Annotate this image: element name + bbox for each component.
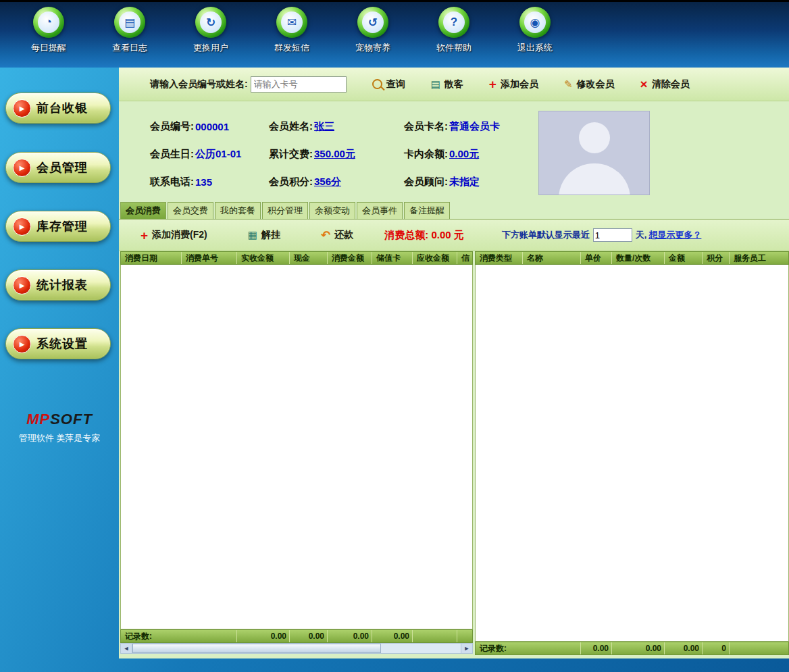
brand-logo-soft: SOFT bbox=[50, 411, 93, 428]
pencil-icon: ✎ bbox=[564, 78, 573, 91]
footer-sum: 0.00 bbox=[328, 630, 372, 642]
items-table-footer: 记录数: 0.00 0.00 0.00 0 bbox=[475, 642, 789, 655]
items-table-header: 消费类型 名称 单价 数量/次数 金额 积分 服务员工 bbox=[475, 251, 789, 265]
record-count-label: 记录数: bbox=[476, 642, 581, 654]
tab-points[interactable]: 积分管理 bbox=[262, 202, 308, 219]
switch-user-glyph: ↻ bbox=[206, 16, 215, 30]
clear-member-button[interactable]: × 清除会员 bbox=[640, 78, 690, 91]
sidebar-item-reports[interactable]: ▶ 统计报表 bbox=[5, 269, 111, 301]
member-id-value: 000001 bbox=[195, 121, 229, 132]
repay-label: 还款 bbox=[334, 229, 353, 241]
undo-arrow-icon: ↶ bbox=[321, 228, 330, 242]
scrollbar-track[interactable] bbox=[381, 644, 461, 653]
sidebar-item-label: 库存管理 bbox=[36, 218, 88, 234]
edit-member-button[interactable]: ✎ 修改会员 bbox=[564, 78, 615, 91]
footer-sum: 0.00 bbox=[581, 642, 612, 654]
sidebar-item-cashier[interactable]: ▶ 前台收银 bbox=[5, 93, 111, 124]
switch-user-button[interactable]: ↻ 更换用户 bbox=[174, 7, 247, 54]
footer-empty bbox=[413, 630, 457, 642]
show-more-link[interactable]: 想显示更多？ bbox=[648, 229, 701, 241]
sidebar-item-settings[interactable]: ▶ 系统设置 bbox=[5, 328, 111, 359]
daily-reminder-button[interactable]: ◔ 每日提醒 bbox=[12, 7, 85, 54]
column-header: 消费日期 bbox=[121, 252, 182, 264]
pet-boarding-label: 宠物寄养 bbox=[355, 42, 390, 54]
member-photo-placeholder bbox=[538, 111, 650, 195]
scroll-right-arrow[interactable]: ► bbox=[461, 644, 472, 653]
search-label: 请输入会员编号或姓名: bbox=[150, 78, 248, 91]
add-member-label: 添加会员 bbox=[501, 78, 538, 91]
top-toolbar: ◔ 每日提醒 ▤ 查看日志 ↻ 更换用户 ✉ 群发短信 ↺ 宠物寄养 ? 软件帮… bbox=[0, 0, 789, 68]
query-button[interactable]: 查询 bbox=[372, 78, 405, 91]
sidebar-item-inventory[interactable]: ▶ 库存管理 bbox=[5, 211, 111, 242]
member-name-value[interactable]: 张三 bbox=[314, 120, 334, 133]
tab-package[interactable]: 我的套餐 bbox=[215, 202, 261, 219]
add-consumption-label: 添加消费(F2) bbox=[152, 229, 207, 241]
sidebar-item-label: 统计报表 bbox=[36, 277, 88, 293]
total-label: 消费总额: bbox=[384, 229, 428, 240]
add-consumption-button[interactable]: + 添加消费(F2) bbox=[141, 229, 207, 242]
items-table-body[interactable] bbox=[475, 265, 789, 642]
help-icon: ? bbox=[438, 7, 469, 38]
group-sms-icon: ✉ bbox=[276, 7, 307, 38]
total-value: 0.00 bbox=[431, 229, 451, 240]
arrow-circle-icon: ▶ bbox=[13, 335, 31, 353]
tab-balance[interactable]: 余额变动 bbox=[309, 202, 355, 219]
arrow-circle-icon: ▶ bbox=[13, 276, 31, 294]
orders-table-header: 消费日期 消费单号 实收金额 现金 消费金额 储值卡 应收金额 信 bbox=[120, 251, 473, 265]
sidebar-item-members[interactable]: ▶ 会员管理 bbox=[5, 152, 111, 183]
column-header: 现金 bbox=[290, 252, 328, 264]
scroll-left-arrow[interactable]: ◄ bbox=[121, 644, 132, 653]
orders-table-footer: 记录数: 0.00 0.00 0.00 0.00 bbox=[120, 629, 473, 643]
brand-tagline: 管理软件 美萍是专家 bbox=[0, 432, 119, 444]
group-sms-glyph: ✉ bbox=[287, 16, 297, 30]
walkin-button-label: 散客 bbox=[444, 78, 463, 91]
help-glyph: ? bbox=[451, 16, 457, 29]
birthday-value: 公历01-01 bbox=[195, 148, 241, 161]
tab-payment[interactable]: 会员交费 bbox=[168, 202, 213, 219]
member-id-label: 会员编号: bbox=[150, 120, 194, 133]
points-value[interactable]: 356分 bbox=[314, 176, 341, 188]
tab-consume[interactable]: 会员消费 bbox=[120, 202, 166, 219]
repay-button[interactable]: ↶ 还款 bbox=[321, 228, 353, 242]
daily-reminder-label: 每日提醒 bbox=[31, 42, 66, 54]
pet-boarding-button[interactable]: ↺ 宠物寄养 bbox=[336, 7, 409, 54]
tab-events[interactable]: 会员事件 bbox=[357, 202, 403, 219]
member-info-row-3: 联系电话:135 会员积分:356分 会员顾问:未指定 bbox=[150, 174, 563, 189]
recent-days-control: 下方账单默认显示最近 天, 想显示更多？ bbox=[502, 228, 702, 242]
column-header: 实收金额 bbox=[237, 252, 290, 264]
total-paid-label: 累计交费: bbox=[269, 148, 313, 161]
footer-sum: 0.00 bbox=[665, 642, 703, 654]
card-balance-value[interactable]: 0.00元 bbox=[449, 148, 479, 161]
column-header: 消费单号 bbox=[182, 252, 237, 264]
column-header: 单价 bbox=[581, 252, 612, 264]
view-log-button[interactable]: ▤ 查看日志 bbox=[93, 7, 166, 54]
advisor-label: 会员顾问: bbox=[404, 176, 448, 188]
column-header: 储值卡 bbox=[372, 252, 413, 264]
total-paid-value[interactable]: 350.00元 bbox=[314, 148, 355, 161]
group-sms-button[interactable]: ✉ 群发短信 bbox=[255, 7, 328, 54]
card-number-input[interactable] bbox=[251, 76, 347, 93]
recent-days-input[interactable] bbox=[593, 228, 632, 242]
walkin-button[interactable]: ▤ 散客 bbox=[431, 78, 463, 91]
consumption-total: 消费总额: 0.00 元 bbox=[384, 229, 464, 242]
consumption-orders-table: 消费日期 消费单号 实收金额 现金 消费金额 储值卡 应收金额 信 记录数: 0… bbox=[120, 251, 473, 654]
scrollbar-thumb[interactable] bbox=[132, 644, 381, 653]
help-button[interactable]: ? 软件帮助 bbox=[417, 7, 490, 54]
footer-empty bbox=[730, 642, 788, 654]
tab-notes[interactable]: 备注提醒 bbox=[404, 202, 450, 219]
view-log-glyph: ▤ bbox=[124, 16, 135, 30]
edit-member-label: 修改会员 bbox=[577, 78, 615, 91]
add-member-button[interactable]: + 添加会员 bbox=[489, 78, 538, 91]
member-name-label: 会员姓名: bbox=[269, 120, 313, 133]
column-header: 服务员工 bbox=[730, 252, 788, 264]
card-name-label: 会员卡名: bbox=[404, 120, 448, 133]
exit-system-button[interactable]: ◉ 退出系统 bbox=[499, 7, 571, 54]
orders-table-body[interactable] bbox=[120, 265, 473, 629]
card-balance-label: 卡内余额: bbox=[404, 148, 448, 161]
footer-sum: 0 bbox=[703, 642, 730, 654]
unhang-button[interactable]: ▦ 解挂 bbox=[248, 229, 280, 241]
search-icon bbox=[372, 79, 382, 89]
view-log-label: 查看日志 bbox=[112, 42, 147, 54]
sidebar-item-label: 前台收银 bbox=[36, 100, 88, 116]
horizontal-scrollbar: ◄ ► bbox=[120, 643, 473, 654]
